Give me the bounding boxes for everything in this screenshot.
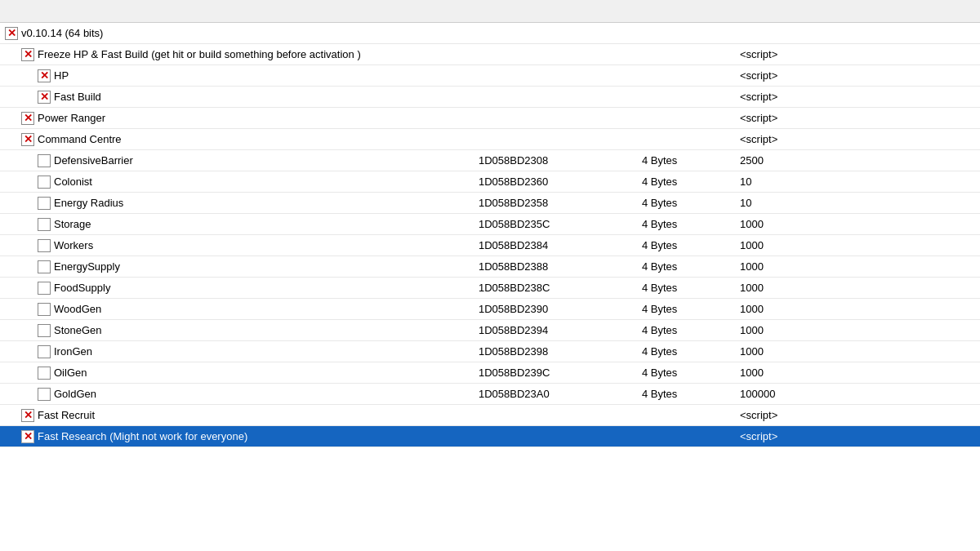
- description-text: Energy Radius: [54, 197, 123, 209]
- description-text: OilGen: [54, 367, 87, 379]
- value-cell: 1000: [735, 259, 980, 274]
- checkbox-checked[interactable]: ✕: [21, 133, 34, 146]
- description-text: DefensiveBarrier: [54, 154, 133, 167]
- value-cell: 1000: [735, 322, 980, 338]
- type-cell: [637, 435, 735, 438]
- table-body: ✕ v0.10.14 (64 bits) ✕ Freeze HP & Fast …: [0, 23, 980, 551]
- value-cell: 10: [735, 174, 980, 189]
- type-cell: [637, 138, 735, 141]
- address-cell: 1D058BD2308: [474, 153, 637, 168]
- description-text: v0.10.14 (64 bits): [21, 27, 103, 39]
- type-cell: 4 Bytes: [637, 344, 735, 359]
- checkbox-unchecked[interactable]: [38, 367, 51, 380]
- type-cell: 4 Bytes: [637, 195, 735, 211]
- checkbox-checked[interactable]: ✕: [5, 27, 18, 40]
- type-cell: 4 Bytes: [637, 216, 735, 232]
- table-row[interactable]: ✕ Command Centre <script>: [0, 129, 980, 150]
- table-row[interactable]: Storage 1D058BD235C 4 Bytes 1000: [0, 214, 980, 235]
- description-text: Fast Research (Might not work for everyo…: [38, 430, 247, 442]
- checkbox-unchecked[interactable]: [38, 303, 51, 316]
- table-row[interactable]: ✕ Fast Recruit <script>: [0, 405, 980, 426]
- value-cell: 1000: [735, 280, 980, 295]
- table-row[interactable]: StoneGen 1D058BD2394 4 Bytes 1000: [0, 320, 980, 341]
- type-cell: [637, 74, 735, 78]
- checkbox-unchecked[interactable]: [38, 260, 51, 273]
- checkbox-checked[interactable]: ✕: [38, 91, 51, 104]
- checkbox-unchecked[interactable]: [38, 282, 51, 295]
- table-row[interactable]: ✕ Fast Build <script>: [0, 87, 980, 108]
- header-type: [637, 3, 735, 19]
- address-cell: 1D058BD23A0: [474, 386, 637, 402]
- table-row[interactable]: ✕ HP <script>: [0, 65, 980, 87]
- checkbox-unchecked[interactable]: [38, 345, 51, 358]
- description-text: Command Centre: [38, 133, 122, 145]
- description-cell: DefensiveBarrier: [0, 153, 474, 169]
- table-row[interactable]: DefensiveBarrier 1D058BD2308 4 Bytes 250…: [0, 150, 980, 171]
- table-row[interactable]: EnergySupply 1D058BD2388 4 Bytes 1000: [0, 256, 980, 278]
- table-row[interactable]: ✕ Fast Research (Might not work for ever…: [0, 426, 980, 447]
- description-cell: IronGen: [0, 344, 474, 360]
- value-cell: 100000: [735, 386, 980, 402]
- address-cell: [474, 96, 637, 99]
- checkbox-unchecked[interactable]: [38, 324, 51, 337]
- description-cell: ✕ Command Centre: [0, 131, 474, 148]
- type-cell: [637, 414, 735, 417]
- table-row[interactable]: Colonist 1D058BD2360 4 Bytes 10: [0, 171, 980, 193]
- checkbox-unchecked[interactable]: [38, 388, 51, 401]
- table-row[interactable]: OilGen 1D058BD239C 4 Bytes 1000: [0, 362, 980, 384]
- description-cell: ✕ Fast Research (Might not work for ever…: [0, 429, 474, 445]
- checkbox-checked[interactable]: ✕: [21, 430, 34, 443]
- table-row[interactable]: WoodGen 1D058BD2390 4 Bytes 1000: [0, 299, 980, 320]
- description-cell: StoneGen: [0, 322, 474, 339]
- description-cell: EnergySupply: [0, 259, 474, 275]
- table-row[interactable]: Workers 1D058BD2384 4 Bytes 1000: [0, 235, 980, 256]
- description-cell: Workers: [0, 238, 474, 254]
- table-row[interactable]: ✕ v0.10.14 (64 bits): [0, 23, 980, 44]
- description-cell: FoodSupply: [0, 280, 474, 296]
- description-text: Fast Recruit: [38, 409, 95, 421]
- header-value: [735, 3, 980, 19]
- value-cell: <script>: [735, 47, 980, 62]
- value-cell: 1000: [735, 238, 980, 253]
- table-row[interactable]: GoldGen 1D058BD23A0 4 Bytes 100000: [0, 384, 980, 405]
- description-cell: ✕ v0.10.14 (64 bits): [0, 25, 474, 42]
- type-cell: 4 Bytes: [637, 301, 735, 317]
- checkbox-unchecked[interactable]: [38, 176, 51, 189]
- value-cell: <script>: [735, 110, 980, 126]
- address-cell: 1D058BD235C: [474, 216, 637, 232]
- checkbox-unchecked[interactable]: [38, 218, 51, 231]
- checkbox-unchecked[interactable]: [38, 239, 51, 252]
- table-row[interactable]: ✕ Power Ranger <script>: [0, 108, 980, 129]
- description-cell: GoldGen: [0, 386, 474, 402]
- description-cell: ✕ Fast Build: [0, 89, 474, 105]
- table-row[interactable]: ✕ Freeze HP & Fast Build (get hit or bui…: [0, 44, 980, 65]
- checkbox-checked[interactable]: ✕: [21, 409, 34, 422]
- type-cell: 4 Bytes: [637, 238, 735, 253]
- checkbox-checked[interactable]: ✕: [38, 69, 51, 82]
- description-text: FoodSupply: [54, 282, 110, 294]
- address-cell: [474, 53, 637, 56]
- type-cell: 4 Bytes: [637, 259, 735, 274]
- checkbox-checked[interactable]: ✕: [21, 112, 34, 125]
- description-text: Workers: [54, 239, 93, 251]
- cheat-table: ✕ v0.10.14 (64 bits) ✕ Freeze HP & Fast …: [0, 0, 980, 551]
- description-text: StoneGen: [54, 324, 102, 336]
- address-cell: [474, 414, 637, 417]
- table-row[interactable]: IronGen 1D058BD2398 4 Bytes 1000: [0, 341, 980, 362]
- description-text: EnergySupply: [54, 260, 120, 273]
- type-cell: 4 Bytes: [637, 386, 735, 402]
- checkbox-checked[interactable]: ✕: [21, 48, 34, 61]
- address-cell: 1D058BD2388: [474, 259, 637, 274]
- address-cell: 1D058BD2384: [474, 238, 637, 253]
- checkbox-unchecked[interactable]: [38, 197, 51, 210]
- description-text: GoldGen: [54, 388, 96, 400]
- table-row[interactable]: Energy Radius 1D058BD2358 4 Bytes 10: [0, 193, 980, 214]
- description-cell: ✕ Freeze HP & Fast Build (get hit or bui…: [0, 47, 474, 63]
- type-cell: 4 Bytes: [637, 322, 735, 338]
- description-text: HP: [54, 69, 69, 82]
- address-cell: 1D058BD2360: [474, 174, 637, 189]
- table-row[interactable]: FoodSupply 1D058BD238C 4 Bytes 1000: [0, 278, 980, 299]
- checkbox-unchecked[interactable]: [38, 154, 51, 167]
- table-header: [0, 0, 980, 23]
- value-cell: [735, 32, 980, 35]
